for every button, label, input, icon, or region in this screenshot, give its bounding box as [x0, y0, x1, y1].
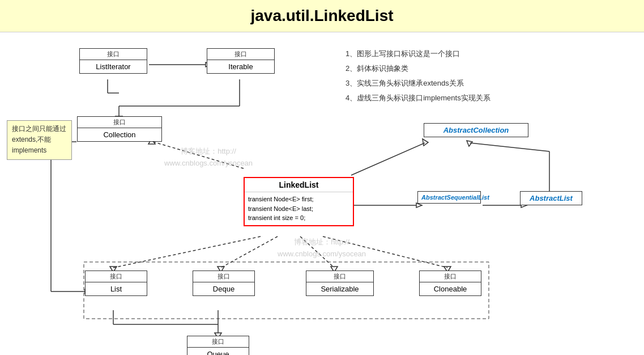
listiterator-name: ListIterator — [80, 60, 147, 73]
collection-name: Collection — [78, 128, 161, 141]
abstract-collection-box: AbstractCollection — [424, 123, 528, 137]
deque-label: 接口 — [193, 271, 254, 282]
watermark-2: 博客地址：http:// www.cnblogs.com/ysocean — [278, 236, 366, 260]
queue-box: 接口 Queue — [187, 336, 249, 355]
collection-box: 接口 Collection — [77, 116, 162, 142]
list-label: 接口 — [86, 271, 147, 282]
serializable-label: 接口 — [306, 271, 373, 282]
svg-marker-18 — [467, 141, 472, 146]
svg-marker-11 — [423, 139, 428, 146]
abstract-list-box: AbstractList — [520, 191, 582, 205]
note-box: 接口之间只能通过 extends,不能 implements — [7, 120, 72, 160]
abstract-collection-name: AbstractCollection — [424, 124, 528, 137]
queue-label: 接口 — [187, 336, 249, 348]
watermark-1: 博客地址：http:// www.cnblogs.com/ysocean — [164, 146, 253, 170]
abstract-sequential-list-box: AbstractSequentialList — [417, 191, 481, 204]
abstract-list-name: AbstractList — [521, 192, 582, 205]
legend-item-2: 2、斜体标识抽象类 — [346, 61, 629, 76]
svg-line-21 — [221, 236, 278, 268]
page-title: java.util.LinkedList — [0, 0, 644, 32]
linkedlist-name: LinkedList — [245, 178, 353, 192]
main-area: 接口之间只能通过 extends,不能 implements 1、图形上写接口标… — [0, 32, 644, 355]
iterable-box: 接口 Iterable — [207, 48, 275, 74]
listiterator-box: 接口 ListIterator — [79, 48, 147, 74]
iterable-name: Iterable — [207, 60, 274, 73]
deque-box: 接口 Deque — [193, 271, 255, 296]
svg-marker-13 — [416, 203, 422, 208]
list-name: List — [86, 282, 147, 295]
iterable-label: 接口 — [207, 49, 274, 60]
legend-item-1: 1、图形上写接口标识这是一个接口 — [346, 47, 629, 61]
legend-box: 1、图形上写接口标识这是一个接口 2、斜体标识抽象类 3、实线三角头标识继承ex… — [346, 47, 629, 105]
svg-line-19 — [113, 236, 261, 268]
collection-label: 接口 — [78, 117, 161, 128]
abstract-sequential-list-name: AbstractSequentialList — [418, 192, 480, 203]
list-box: 接口 List — [85, 271, 147, 296]
deque-name: Deque — [193, 282, 254, 295]
serializable-box: 接口 Serializable — [306, 271, 374, 296]
cloneable-name: Cloneable — [420, 282, 481, 295]
legend-item-4: 4、虚线三角头标识接口implements实现关系 — [346, 91, 629, 105]
linkedlist-fields: transient Node<E> first; transient Node<… — [245, 192, 353, 225]
cloneable-label: 接口 — [420, 271, 481, 282]
svg-line-10 — [351, 143, 425, 175]
listiterator-label: 接口 — [80, 49, 147, 60]
queue-name: Queue — [187, 348, 249, 355]
legend-item-3: 3、实线三角头标识继承extends关系 — [346, 76, 629, 91]
svg-line-8 — [153, 142, 244, 168]
linkedlist-box: LinkedList transient Node<E> first; tran… — [244, 177, 354, 226]
svg-line-23 — [300, 236, 334, 268]
serializable-name: Serializable — [306, 282, 373, 295]
svg-line-17 — [470, 143, 549, 151]
svg-line-25 — [323, 236, 447, 268]
cloneable-box: 接口 Cloneable — [419, 271, 481, 296]
